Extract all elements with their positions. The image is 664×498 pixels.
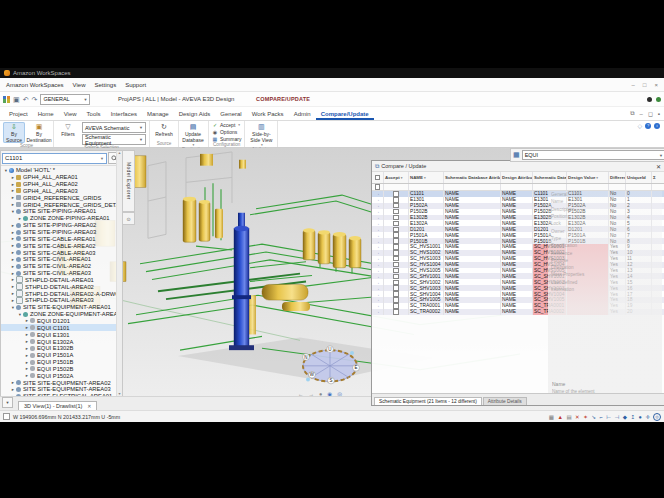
tab-close-icon[interactable]: ✕ — [87, 403, 91, 409]
tree-item[interactable]: ▸SITE SITE-CIVIL-AREA01 — [1, 256, 122, 263]
menu-item-settings[interactable]: Settings — [95, 82, 117, 88]
menu-item-support[interactable]: Support — [125, 82, 146, 88]
accept-checkbox[interactable] — [393, 297, 399, 303]
tree-item[interactable]: ▸EQUI E1302B — [1, 345, 122, 352]
info-icon[interactable]: i — [654, 123, 660, 129]
tree-item[interactable]: ▸SITE SITE-PIPING-AREA03 — [1, 229, 122, 236]
tree-item[interactable]: ▸GRID4_REFERENCE_GRIDS — [1, 194, 122, 201]
accept-checkbox[interactable] — [393, 238, 399, 244]
tree-item[interactable]: ▸GPH4_ALL_AREA02 — [1, 181, 122, 188]
save-icon[interactable]: ▣ — [13, 96, 20, 103]
column-header-Design Value[interactable]: Design Value▾ — [567, 172, 609, 183]
tab-attribute-details[interactable]: Attribute Details — [483, 397, 527, 405]
tree-item[interactable]: ▸SITE SITE-CABLE-AREA03 — [1, 249, 122, 256]
tab-interfaces[interactable]: Interfaces — [106, 107, 142, 120]
tree-item[interactable]: ▸ZONE ZONE-PIPING-AREA01 — [1, 215, 122, 222]
equipment-type-combo[interactable]: Schematic Equipment ▼ — [82, 134, 146, 145]
accept-checkbox[interactable] — [393, 197, 399, 203]
column-header-Design Attribute[interactable]: Design Attribute▾ — [501, 172, 533, 183]
mode-selector[interactable]: GENERAL ▼ — [40, 94, 90, 105]
filter-arrow-icon[interactable]: ▾ — [424, 176, 426, 180]
app-minimize-icon[interactable]: ‒ — [640, 111, 643, 117]
accept-checkbox[interactable] — [393, 280, 399, 286]
schematic-source-combo[interactable]: AVEVA Schematic ▼ — [82, 122, 146, 133]
table-row[interactable]: →SC_TRA0002NAMENAMESC_TRA0002Yes20 — [372, 309, 664, 315]
accept-checkbox[interactable] — [393, 191, 399, 197]
accept-checkbox[interactable] — [393, 256, 399, 262]
tree-item[interactable]: ▸STHPLD-DETAIL-AREA03 — [1, 297, 122, 304]
tab-design-aids[interactable]: Design Aids — [174, 107, 216, 120]
tree-item[interactable]: ▸EQUI E1301 — [1, 331, 122, 338]
by-destination-button[interactable]: ▣ By Destination — [28, 122, 50, 143]
accept-checkbox[interactable] — [393, 227, 399, 233]
tab-view[interactable]: View — [59, 107, 82, 120]
menu-item-view[interactable]: View — [73, 82, 86, 88]
accept-checkbox[interactable] — [393, 209, 399, 215]
tab-project[interactable]: Project — [4, 107, 33, 120]
tab-home[interactable]: Home — [33, 107, 59, 120]
grid-view-icon[interactable]: ▦ — [513, 151, 520, 159]
tree-item[interactable]: ▸GPH4_ALL_AREA03 — [1, 188, 122, 195]
view-list-dropdown[interactable]: ▼ — [2, 397, 13, 408]
tree-item[interactable]: ▸EQUI E1302A — [1, 338, 122, 345]
column-header-Accept[interactable]: Accept▾ — [384, 172, 409, 183]
notification-icon[interactable] — [647, 97, 652, 102]
filters-button[interactable]: ▽ Filters — [57, 122, 79, 137]
tab-manage[interactable]: Manage — [142, 107, 174, 120]
tab-compare-update[interactable]: Compare/Update — [316, 107, 374, 120]
tree-item[interactable]: ▸GPH4_ALL_AREA01 — [1, 174, 122, 181]
side-by-side-button[interactable]: ▥ Side-by-Side View ▾ — [248, 122, 274, 147]
update-database-button[interactable]: ▤ Update Database ▾ — [182, 122, 204, 147]
tab-tools[interactable]: Tools — [82, 107, 106, 120]
app-launcher-icon[interactable] — [3, 96, 10, 103]
column-header-Σ[interactable]: Σ — [652, 172, 664, 183]
refresh-button[interactable]: ↻ Refresh — [153, 122, 175, 137]
origin-icon[interactable]: ● — [639, 414, 642, 420]
accept-checkbox[interactable] — [393, 262, 399, 268]
app-maximize-icon[interactable]: ◻ — [648, 110, 653, 117]
delete-snap-icon[interactable]: ✕ — [575, 414, 580, 420]
layers-icon[interactable]: ▤ — [566, 414, 571, 420]
accept-checkbox[interactable] — [393, 250, 399, 256]
tree-item[interactable]: ▾SITE SITE-PIPING-AREA01 — [1, 208, 122, 215]
accept-checkbox[interactable] — [393, 309, 399, 315]
tree-item[interactable]: ▸EQUI C1101 — [1, 324, 122, 331]
tree-item[interactable]: ▸EQUI P1502B — [1, 365, 122, 372]
tree-item[interactable]: ▸EQUI P1501A — [1, 352, 122, 359]
tree-item[interactable]: ▸GRID4_REFERENCE_GRIDS_DETAIL — [1, 201, 122, 208]
filter-arrow-icon[interactable]: ▾ — [596, 176, 598, 180]
panel-close-icon[interactable]: ✕ — [656, 163, 661, 170]
connection-health-icon[interactable] — [656, 97, 661, 102]
tab-admin[interactable]: Admin — [289, 107, 316, 120]
accept-checkbox[interactable] — [393, 291, 399, 297]
restore-icon[interactable]: ⧉ — [630, 110, 634, 117]
rotate-icon[interactable]: ⌐ — [599, 414, 602, 420]
coordinate-mode-icon[interactable] — [3, 413, 10, 420]
display-sets-icon[interactable]: ▦ — [549, 414, 554, 420]
measure-icon[interactable]: ✶ — [583, 414, 588, 420]
options-button[interactable]: ◉ Options — [212, 129, 241, 135]
tree-item[interactable]: ▸SITE SITE-EQUIPMENT-AREA03 — [1, 386, 122, 393]
accept-menu-button[interactable]: ✓ Accept ▾ — [212, 122, 241, 128]
select-all-checkbox[interactable] — [375, 175, 381, 181]
model-explorer-vertical-tab[interactable]: Model Explorer — [122, 150, 135, 212]
accept-checkbox[interactable] — [393, 268, 399, 274]
help-icon[interactable]: ? — [645, 123, 651, 129]
pin-ribbon-icon[interactable]: ◇ — [637, 122, 642, 129]
tree-item[interactable]: ▸EQUI D1201 — [1, 318, 122, 325]
menu-item-amazon-workspaces[interactable]: Amazon WorkSpaces — [6, 82, 64, 88]
redo-icon[interactable]: ↷ — [32, 96, 38, 103]
tree-item[interactable]: ▸SITE SITE-EQUIPMENT-AREA02 — [1, 379, 122, 386]
tab-work-packs[interactable]: Work Packs — [247, 107, 289, 120]
tree-item[interactable]: ▸SITE SITE-CABLE-AREA01 — [1, 235, 122, 242]
tab-schematic-equipment[interactable]: Schematic Equipment (21 Items - 12 diffe… — [374, 397, 482, 405]
search-input[interactable]: C1101 ▼ — [2, 153, 107, 164]
column-header-UniqueId[interactable]: UniqueId — [626, 172, 652, 183]
snap-point-icon[interactable]: ◆ — [623, 414, 627, 420]
tree-item[interactable]: ▾Model 'HOTL' * — [1, 167, 122, 174]
element-type-combo[interactable]: EQUI ▼ — [522, 150, 664, 160]
minimize-button[interactable]: – — [632, 82, 635, 88]
3d-view-tab[interactable]: 3D View(1) - Drawlist(1) ✕ — [18, 401, 97, 410]
filter-arrow-icon[interactable]: ▾ — [401, 176, 403, 180]
tree-item[interactable]: ▾ZONE ZONE-EQUIPMENT-AREA01 — [1, 311, 122, 318]
